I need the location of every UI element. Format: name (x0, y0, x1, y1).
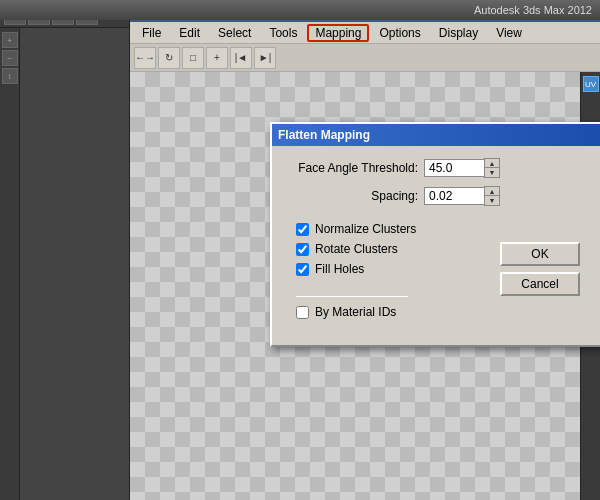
dialog-titlebar: Flatten Mapping (272, 124, 600, 146)
side-tools: + − ↕ (0, 28, 20, 500)
fill-holes-checkbox[interactable] (296, 263, 309, 276)
uvw-window: U Edit UVWs File Edit Select Tools Mappi… (130, 0, 600, 500)
menu-mapping[interactable]: Mapping (307, 24, 369, 42)
dialog-overlay: Flatten Mapping Face Angle Threshold: ▲ … (270, 122, 600, 347)
by-material-checkbox[interactable] (296, 306, 309, 319)
spacing-label: Spacing: (288, 189, 418, 203)
spacing-input[interactable] (424, 187, 484, 205)
uvw-tool-end[interactable]: ►| (254, 47, 276, 69)
spacing-input-group: ▲ ▼ (424, 186, 500, 206)
spacing-up[interactable]: ▲ (485, 187, 499, 196)
separator (296, 296, 408, 297)
face-angle-input[interactable] (424, 159, 484, 177)
uvw-tool-start[interactable]: |◄ (230, 47, 252, 69)
uvw-tool-add[interactable]: + (206, 47, 228, 69)
uv-label: UV (585, 80, 596, 89)
uvw-tool-rotate[interactable]: ↻ (158, 47, 180, 69)
rotate-checkbox[interactable] (296, 243, 309, 256)
dialog-content: Face Angle Threshold: ▲ ▼ Spacing: (272, 146, 600, 345)
ok-button[interactable]: OK (500, 242, 580, 266)
menu-file[interactable]: File (134, 24, 169, 42)
menu-view[interactable]: View (488, 24, 530, 42)
face-angle-label: Face Angle Threshold: (288, 161, 418, 175)
spacing-spinner: ▲ ▼ (484, 186, 500, 206)
menu-display[interactable]: Display (431, 24, 486, 42)
cancel-button[interactable]: Cancel (500, 272, 580, 296)
left-sidebar-content: + − ↕ (0, 28, 129, 500)
face-angle-spinner: ▲ ▼ (484, 158, 500, 178)
face-angle-input-group: ▲ ▼ (424, 158, 500, 178)
uv-channel-button[interactable]: UV (583, 76, 599, 92)
normalize-label: Normalize Clusters (315, 222, 416, 236)
dialog-title: Flatten Mapping (278, 128, 370, 142)
left-sidebar: ⊕ ⊘ ◉ ⊞ + − ↕ (0, 0, 130, 500)
uvw-menubar: File Edit Select Tools Mapping Options D… (130, 22, 600, 44)
menu-options[interactable]: Options (371, 24, 428, 42)
menu-edit[interactable]: Edit (171, 24, 208, 42)
checkboxes-group: Normalize Clusters Rotate Clusters Fill … (288, 222, 416, 325)
side-tool-move[interactable]: ↕ (2, 68, 18, 84)
menu-tools[interactable]: Tools (261, 24, 305, 42)
flatten-mapping-dialog: Flatten Mapping Face Angle Threshold: ▲ … (270, 122, 600, 347)
uvw-tool-move[interactable]: ←→ (134, 47, 156, 69)
rotate-row: Rotate Clusters (288, 242, 416, 256)
title-bar: Autodesk 3ds Max 2012 (0, 0, 600, 20)
rotate-label: Rotate Clusters (315, 242, 398, 256)
normalize-checkbox[interactable] (296, 223, 309, 236)
side-tool-plus[interactable]: + (2, 32, 18, 48)
uvw-canvas: UV Flatten Mapping Face Angle Threshold: (130, 72, 600, 500)
spacing-row: Spacing: ▲ ▼ (288, 186, 592, 206)
face-angle-row: Face Angle Threshold: ▲ ▼ (288, 158, 592, 178)
spacing-down[interactable]: ▼ (485, 196, 499, 205)
face-angle-up[interactable]: ▲ (485, 159, 499, 168)
normalize-row: Normalize Clusters (288, 222, 416, 236)
face-angle-down[interactable]: ▼ (485, 168, 499, 177)
menu-select[interactable]: Select (210, 24, 259, 42)
side-tool-minus[interactable]: − (2, 50, 18, 66)
fill-holes-label: Fill Holes (315, 262, 364, 276)
uvw-toolbar: ←→ ↻ □ + |◄ ►| (130, 44, 600, 72)
by-material-label: By Material IDs (315, 305, 396, 319)
uvw-tool-select[interactable]: □ (182, 47, 204, 69)
app-title: Autodesk 3ds Max 2012 (474, 4, 592, 16)
fill-holes-row: Fill Holes (288, 262, 416, 276)
by-material-row: By Material IDs (288, 305, 416, 319)
